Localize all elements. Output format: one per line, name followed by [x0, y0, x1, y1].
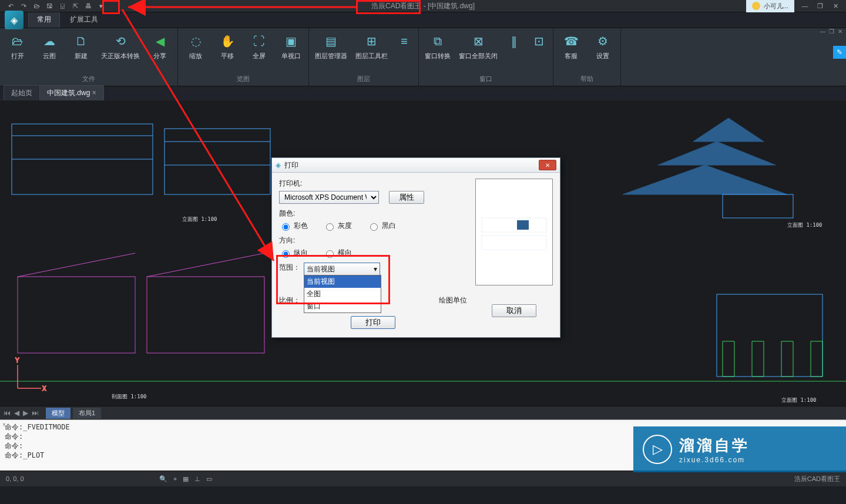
- btn-zoom[interactable]: ◌缩放: [182, 31, 210, 63]
- dialog-close-button[interactable]: ✕: [539, 160, 556, 170]
- qa-dropdown-icon[interactable]: ▾: [96, 1, 106, 11]
- tab-last-icon[interactable]: ⏭: [32, 409, 39, 417]
- btn-support[interactable]: ☎客服: [557, 31, 585, 63]
- tab-close-icon[interactable]: ×: [92, 89, 96, 97]
- tab-common[interactable]: 常用: [28, 11, 60, 28]
- btn-layer-extra[interactable]: ≡: [394, 31, 415, 52]
- btn-new[interactable]: 🗋新建: [67, 31, 95, 63]
- btn-cloud[interactable]: ☁云图: [35, 31, 63, 63]
- tab-next-icon[interactable]: ▶: [23, 409, 28, 417]
- close-window-icon[interactable]: ✕: [831, 1, 840, 11]
- btn-fullscreen[interactable]: ⛶全屏: [245, 31, 273, 63]
- print-icon[interactable]: 🖶: [83, 1, 93, 11]
- status-icons: 🔍 ⌖ ▦ ⊥ ▭: [159, 475, 212, 483]
- saveas-icon[interactable]: ⍌: [58, 1, 67, 11]
- range-opt-all[interactable]: 全图: [304, 288, 381, 300]
- gear-icon: ⚙: [595, 33, 611, 49]
- range-opt-window[interactable]: 窗口: [304, 300, 381, 313]
- btn-win-extra2[interactable]: ⊡: [528, 31, 549, 52]
- child-close-icon[interactable]: ✕: [838, 28, 842, 35]
- doc-tab-file[interactable]: 中国建筑.dwg ×: [39, 85, 104, 100]
- range-opt-current[interactable]: 当前视图: [304, 275, 381, 288]
- radio-color-input[interactable]: [282, 223, 290, 231]
- maximize-icon[interactable]: ❐: [815, 1, 825, 11]
- app-logo-icon[interactable]: ◈: [5, 11, 24, 29]
- print-button[interactable]: 打印: [351, 316, 395, 329]
- share-icon: ◀: [152, 33, 168, 49]
- tab-layout1[interactable]: 布局1: [73, 408, 101, 419]
- status-brand: 浩辰CAD看图王: [794, 475, 840, 483]
- tab-prev-icon[interactable]: ◀: [14, 409, 19, 417]
- status-grid-icon[interactable]: ▦: [183, 475, 189, 483]
- save-icon[interactable]: 🖫: [45, 1, 54, 11]
- btn-window-switch[interactable]: ⧉窗口转换: [422, 31, 453, 63]
- btn-window-close-all[interactable]: ⊠窗口全部关闭: [456, 31, 500, 63]
- cloud-icon: ☁: [41, 33, 58, 49]
- properties-button[interactable]: 属性: [389, 191, 424, 204]
- tab-model[interactable]: 模型: [46, 408, 70, 419]
- window-close-all-icon: ⊠: [470, 33, 486, 49]
- btn-pan[interactable]: ✋平移: [213, 31, 241, 63]
- radio-landscape[interactable]: 横向: [323, 248, 352, 258]
- doc-tab-start[interactable]: 起始页: [4, 85, 40, 100]
- ribbon-group-window: ⧉窗口转换 ⊠窗口全部关闭 ‖ ⊡ 窗口: [419, 28, 553, 86]
- btn-tz-convert[interactable]: ⟲天正版本转换: [99, 31, 142, 63]
- folder-open-icon: 🗁: [9, 33, 26, 49]
- btn-open[interactable]: 🗁打开: [4, 31, 32, 63]
- ribbon-group-layer: ▤图层管理器 ⊞图层工具栏 ≡ 图层: [309, 28, 419, 86]
- status-snap-icon[interactable]: ⌖: [173, 475, 177, 483]
- radio-landscape-input[interactable]: [326, 250, 334, 258]
- print-dialog: ◈ 打印 ✕ 打印机: Microsoft XPS Document Write…: [271, 157, 560, 338]
- cmdline-close-icon[interactable]: ×: [2, 421, 6, 428]
- range-combobox[interactable]: 当前视图▾ 当前视图 全图 窗口: [304, 263, 380, 275]
- radio-color[interactable]: 彩色: [279, 221, 308, 231]
- pan-hand-icon: ✋: [219, 33, 236, 49]
- watermark-banner: ▷ 溜溜自学 zixue.3d66.com: [633, 426, 846, 472]
- ribbon-group-window-label: 窗口: [422, 73, 549, 86]
- dialog-titlebar[interactable]: ◈ 打印 ✕: [272, 158, 560, 173]
- window-controls: 小可儿... — ❐ ✕: [746, 0, 846, 12]
- status-zoom-icon[interactable]: 🔍: [159, 475, 167, 483]
- svg-rect-5: [147, 277, 264, 353]
- app-title: 浩辰CAD看图王 - [中国建筑.dwg]: [371, 1, 475, 11]
- ribbon-group-help: ☎客服 ⚙设置 帮助: [553, 28, 621, 86]
- svg-rect-4: [18, 277, 135, 353]
- child-minimize-icon[interactable]: —: [820, 28, 825, 35]
- svg-rect-13: [482, 236, 546, 250]
- btn-single-viewport[interactable]: ▣单视口: [277, 31, 305, 63]
- range-label: 范围：: [279, 263, 300, 273]
- avatar-icon: [752, 2, 760, 10]
- feedback-tab[interactable]: ✎: [833, 46, 846, 59]
- btn-share[interactable]: ◀分享: [146, 31, 174, 63]
- svg-text:Y: Y: [15, 357, 19, 364]
- redo-arrow-icon[interactable]: ↷: [19, 1, 28, 11]
- btn-win-extra1[interactable]: ‖: [503, 31, 525, 52]
- tab-first-icon[interactable]: ⏮: [4, 409, 11, 417]
- radio-bw[interactable]: 黑白: [367, 221, 396, 231]
- radio-bw-input[interactable]: [370, 223, 378, 231]
- radio-gray[interactable]: 灰度: [323, 221, 352, 231]
- btn-settings[interactable]: ⚙设置: [589, 31, 617, 63]
- export-icon[interactable]: ⇱: [70, 1, 80, 11]
- zoom-icon: ◌: [187, 33, 204, 49]
- open-folder-icon[interactable]: 🗁: [32, 1, 41, 11]
- cancel-button[interactable]: 取消: [492, 304, 536, 317]
- title-app-name: 浩辰CAD看图王: [371, 2, 421, 10]
- undo-arrow-icon[interactable]: ↶: [6, 1, 15, 11]
- minimize-icon[interactable]: —: [800, 1, 810, 11]
- layer-tools-icon: ⊞: [364, 33, 380, 49]
- status-rect-icon[interactable]: ▭: [206, 475, 212, 483]
- radio-portrait-input[interactable]: [282, 250, 290, 258]
- user-badge[interactable]: 小可儿...: [746, 0, 794, 12]
- scale-label: 比例：: [279, 295, 300, 305]
- radio-portrait[interactable]: 纵向: [279, 248, 308, 258]
- child-restore-icon[interactable]: ❐: [829, 28, 834, 35]
- align-icon: ‖: [506, 33, 522, 49]
- btn-layer-tools[interactable]: ⊞图层工具栏: [353, 31, 390, 63]
- status-bar: 0, 0, 0 🔍 ⌖ ▦ ⊥ ▭ 浩辰CAD看图王: [0, 471, 846, 486]
- radio-gray-input[interactable]: [326, 223, 334, 231]
- status-ortho-icon[interactable]: ⊥: [194, 475, 200, 483]
- printer-select[interactable]: Microsoft XPS Document Writer: [279, 191, 379, 204]
- tab-extend[interactable]: 扩展工具: [61, 11, 107, 28]
- btn-layer-manager[interactable]: ▤图层管理器: [313, 31, 350, 63]
